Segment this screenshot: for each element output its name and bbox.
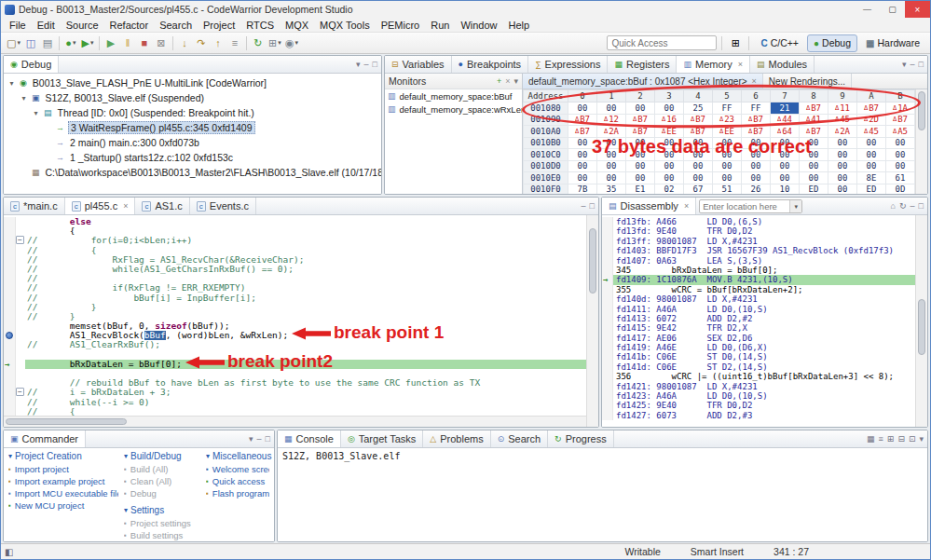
memory-cell[interactable]: 00 (568, 137, 597, 149)
console-output[interactable]: S12Z, B0013_Slave.elf (278, 448, 927, 541)
external-tools-icon[interactable]: ◉▾ (283, 34, 300, 51)
disassembly-tab[interactable]: ▤ Disassembly × (602, 198, 696, 214)
debug-tree-item[interactable]: →2 main() main.c:300 0xfd073b (4, 135, 381, 150)
disassembly-line[interactable]: fd1407: 0A63 LEA S,(3,S) (602, 256, 927, 266)
debug-tree-item[interactable]: ▾▤Thread [ID: 0x0] (Suspended: Breakpoin… (4, 105, 381, 120)
memory-cell[interactable]: 00 (857, 137, 886, 149)
console-tab-console[interactable]: ▦Console (278, 430, 341, 447)
code-line[interactable]: // } (4, 312, 598, 321)
memory-cell[interactable]: 00 (800, 137, 828, 149)
commander-import-mcu-executable-file[interactable]: ▪Import MCU executable file (8, 487, 118, 499)
code-line[interactable]: // RxFlag = AS1_RecvChar(&ReceiveChar); (4, 255, 598, 265)
memory-cell[interactable]: 00 (828, 172, 857, 184)
maximize-view-icon[interactable]: □ (919, 201, 924, 211)
refresh-icon[interactable]: ↻ (899, 201, 907, 211)
memory-cell[interactable]: 00 (568, 102, 597, 115)
disassembly-line[interactable]: fd13fb: A466 LD D0,(6,S) (602, 217, 927, 226)
maximize-button[interactable]: ▢ (880, 1, 905, 18)
memory-cell[interactable]: 00 (655, 137, 684, 149)
remove-memory-monitor-icon[interactable]: × (505, 76, 510, 86)
memory-cell[interactable]: ED (800, 184, 828, 194)
memory-cell[interactable]: 00 (597, 172, 626, 184)
disassembly-line[interactable]: fd13fd: 9E40 TFR D0,D2 (602, 226, 927, 236)
memory-cell[interactable]: 00 (828, 149, 857, 161)
console-tab-problems[interactable]: △Problems (423, 430, 490, 447)
suspend-icon[interactable]: ‖ (119, 34, 136, 51)
home-icon[interactable]: ⌂ (891, 201, 896, 211)
step-into-icon[interactable]: ↓ (176, 34, 193, 51)
memory-cell[interactable]: 00 (771, 160, 800, 172)
open-perspective-button[interactable]: ⊞ (727, 34, 744, 51)
memory-cell[interactable]: 8E (857, 172, 886, 184)
commander-clean-all[interactable]: ▪Clean (All) (124, 475, 200, 487)
view-tab-memory[interactable]: ▥Memory× (677, 56, 750, 73)
code-line[interactable]: memset(bBuf, 0, sizeof(bBuf)); (4, 321, 598, 331)
disassembly-line[interactable]: fd1421: 98001087 LD X,#4231 (602, 382, 927, 391)
maximize-view-icon[interactable]: □ (919, 60, 924, 69)
memory-cell[interactable]: Δ45 (828, 114, 857, 126)
memory-cell[interactable]: 00 (828, 137, 857, 149)
memory-cell[interactable]: 00 (828, 184, 857, 194)
memory-cell[interactable]: 00 (800, 160, 828, 172)
status-left-icon[interactable]: ◧ (5, 547, 21, 557)
quick-access-input[interactable] (607, 35, 717, 50)
memory-cell[interactable]: ED (857, 184, 886, 194)
editor-tab-events-c[interactable]: cEvents.c (190, 198, 256, 214)
memory-cell[interactable]: 00 (742, 160, 771, 172)
memory-cell[interactable]: 00 (886, 137, 915, 149)
memory-cell[interactable]: 00 (742, 149, 771, 161)
memory-cell[interactable]: 00 (800, 149, 828, 161)
memory-cell[interactable]: Δ12 (597, 114, 626, 126)
memory-cell[interactable]: 00 (684, 149, 713, 161)
display-selected-console-icon[interactable]: ⊟ (897, 434, 905, 444)
memory-cell[interactable]: 00 (886, 160, 915, 172)
memory-cell[interactable]: 00 (684, 172, 713, 184)
memory-cell[interactable]: 00 (713, 149, 742, 161)
memory-cell[interactable]: 00 (655, 160, 684, 172)
menu-help[interactable]: Help (503, 20, 536, 31)
disassembly-line[interactable]: fd1413: 6072 ADD D2,#2 (602, 314, 927, 323)
memory-cell[interactable]: 00 (742, 137, 771, 149)
scroll-lock-icon[interactable]: ≡ (879, 434, 883, 444)
memory-cell[interactable]: 00 (626, 137, 655, 149)
disassembly-line[interactable]: fd1425: 9E40 TFR D0,D2 (602, 401, 927, 410)
code-line[interactable]: −// i = bRxDataLen + 3; (4, 388, 598, 397)
code-line[interactable]: // while(AS1_GetCharsInRxBuf() == 0); (4, 265, 598, 274)
expander-icon[interactable]: ▾ (7, 79, 16, 88)
debug-view-tab[interactable]: ◉ Debug (4, 56, 59, 73)
code-editor[interactable]: else {−// for(i=0;i<bLen;i++)// {// RxFl… (4, 215, 598, 427)
instruction-stepping-icon[interactable]: ≡ (226, 34, 243, 51)
memory-cell[interactable]: 00 (800, 172, 828, 184)
memory-cell[interactable]: 51 (713, 184, 742, 194)
memory-cell[interactable]: 00 (597, 102, 626, 115)
commander-quick-access[interactable]: ▪Quick access (206, 475, 269, 487)
disassembly-line[interactable]: →fd1409: 1C10876A MOV.B 4231,(10,S) (602, 275, 927, 284)
debug-tree-item[interactable]: →1 _Startup() starts12z.c:102 0xfd153c (4, 150, 381, 165)
menu-rtcs[interactable]: RTCS (240, 20, 280, 31)
menu-project[interactable]: Project (198, 20, 240, 31)
debug-tree-item[interactable]: ▦C:\Data\workspace\B0013\B0013_Master2\F… (4, 165, 381, 180)
editor-horizontal-scrollbar[interactable] (4, 416, 586, 427)
disassembly-line[interactable]: 355 wCRC = bBuf[bRxDataLen+2]; (602, 285, 927, 294)
disassembly-scrollbar[interactable] (915, 215, 927, 427)
run-launch-icon[interactable]: ▶▾ (79, 34, 96, 51)
memory-cell[interactable]: Δ2A (597, 126, 626, 138)
memory-cell[interactable]: 00 (857, 160, 886, 172)
memory-monitor-item[interactable]: ▥default_memory_space:bBuf (385, 89, 522, 102)
memory-cell[interactable]: ΔB7 (684, 114, 713, 126)
memory-cell[interactable]: ΔB7 (800, 102, 828, 115)
expander-icon[interactable]: ▾ (32, 109, 40, 117)
code-line[interactable]: // if(RxFlag != ERR_RXEMPTY) (4, 283, 598, 293)
commander-build-settings[interactable]: ▪Build settings (124, 529, 200, 541)
memory-cell[interactable]: 00 (684, 137, 713, 149)
disassembly-line[interactable]: fd140d: 98001087 LD X,#4231 (602, 294, 927, 304)
view-menu-icon[interactable]: ▾ (249, 434, 253, 444)
disassembly-line[interactable]: fd1403: BBFD17F3 JSR 16567F39 AS1_RecvBl… (602, 246, 927, 255)
menu-mqx[interactable]: MQX (280, 20, 314, 31)
memory-cell[interactable]: 00 (626, 102, 655, 115)
terminate-icon[interactable]: ■ (136, 34, 153, 51)
commander-welcome-screen[interactable]: ▪Welcome screen (206, 463, 269, 475)
memory-cell[interactable]: ΔEE (713, 126, 742, 138)
memory-cell[interactable]: 00 (857, 149, 886, 161)
print-icon[interactable]: ▤ (39, 34, 56, 51)
